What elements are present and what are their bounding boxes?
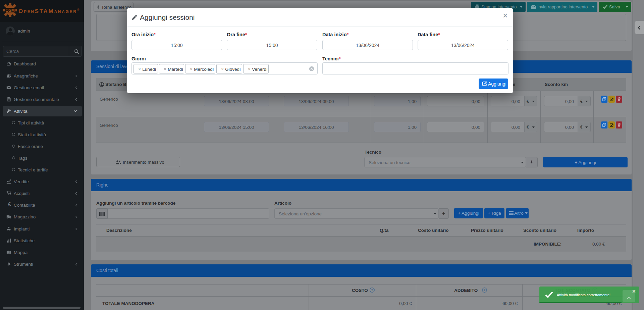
- svg-text:?: ?: [371, 288, 373, 292]
- svg-text:OSM: OSM: [5, 8, 14, 13]
- svg-text:?: ?: [484, 288, 486, 292]
